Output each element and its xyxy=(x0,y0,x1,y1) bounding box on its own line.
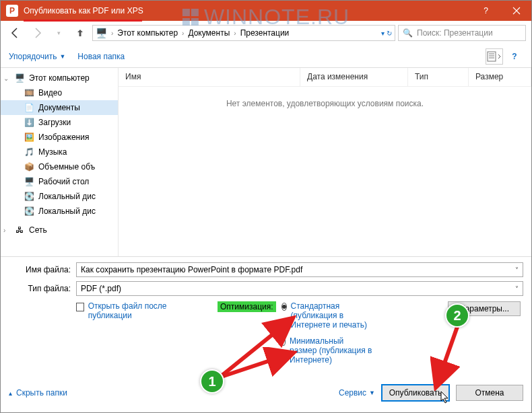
sidebar-item-desktop[interactable]: 🖥️Рабочий стол xyxy=(1,174,118,189)
pictures-icon: 🖼️ xyxy=(24,132,34,143)
publish-button[interactable]: Опубликовать xyxy=(382,385,449,401)
cancel-button[interactable]: Отмена xyxy=(456,385,523,401)
empty-message: Нет элементов, удовлетворяющих условиям … xyxy=(119,87,531,108)
documents-icon: 📄 xyxy=(24,102,34,113)
sidebar-item-documents[interactable]: 📄Документы xyxy=(1,100,118,115)
desktop-icon: 🖥️ xyxy=(24,176,34,187)
chevron-down-icon: ▼ xyxy=(59,53,65,60)
sidebar-item-music[interactable]: 🎵Музыка xyxy=(1,145,118,159)
column-type[interactable]: Тип xyxy=(408,68,469,86)
crumb-folder[interactable]: Презентации xyxy=(240,28,290,38)
cube-icon: 📦 xyxy=(24,161,34,172)
expand-icon[interactable]: › xyxy=(3,227,10,234)
annotation-underline xyxy=(24,20,142,22)
chevron-down-icon[interactable]: ˅ xyxy=(515,285,519,293)
help-icon[interactable]: ? xyxy=(506,48,523,65)
powerpoint-icon: P xyxy=(6,5,18,17)
up-button[interactable] xyxy=(71,24,90,42)
back-button[interactable] xyxy=(6,24,25,42)
disk-icon: 💽 xyxy=(24,206,34,217)
disk-icon: 💽 xyxy=(24,191,34,202)
footer: ▴Скрыть папки Сервис▼ Опубликовать Отмен… xyxy=(1,379,531,408)
network-icon: 🖧 xyxy=(14,225,25,235)
hide-folders-toggle[interactable]: ▴Скрыть папки xyxy=(9,388,67,398)
sidebar-item-video[interactable]: 🎞️Видео xyxy=(1,85,118,100)
view-mode-button[interactable] xyxy=(486,48,503,65)
sidebar-item-3d[interactable]: 📦Объемные объ xyxy=(1,159,118,174)
new-folder-button[interactable]: Новая папка xyxy=(77,52,125,61)
column-date[interactable]: Дата изменения xyxy=(300,68,408,86)
optimize-label: Оптимизация: xyxy=(218,301,276,312)
refresh-dropdown-icon[interactable]: ▾ ↻ xyxy=(381,30,392,37)
sidebar-item-disk-d[interactable]: 💽Локальный дис xyxy=(1,204,118,219)
expand-icon[interactable]: ⌄ xyxy=(3,75,10,82)
navbar: ▾ 🖥️ › Этот компьютер › Документы › През… xyxy=(1,21,531,45)
pc-icon: 🖥️ xyxy=(96,28,107,38)
column-size[interactable]: Размер xyxy=(469,68,531,86)
sidebar-item-downloads[interactable]: ⬇️Загрузки xyxy=(1,115,118,130)
main-area: ⌄🖥️Этот компьютер 🎞️Видео 📄Документы ⬇️З… xyxy=(1,68,531,256)
sidebar-item-network[interactable]: ›🖧Сеть xyxy=(1,223,118,237)
pc-icon: 🖥️ xyxy=(14,73,25,83)
recent-dropdown[interactable]: ▾ xyxy=(49,24,68,42)
video-icon: 🎞️ xyxy=(24,87,34,98)
filetype-select[interactable]: PDF (*.pdf)˅ xyxy=(76,281,523,296)
crumb-pc[interactable]: Этот компьютер xyxy=(117,28,178,38)
titlebar: P Опубликовать как PDF или XPS ? xyxy=(1,1,531,21)
toolbar: Упорядочить▼ Новая папка ? xyxy=(1,45,531,68)
bottom-panel: Имя файла: Как сохранить презентацию Pow… xyxy=(1,256,531,379)
address-bar[interactable]: 🖥️ › Этот компьютер › Документы › Презен… xyxy=(92,25,395,41)
search-placeholder: Поиск: Презентации xyxy=(417,28,493,38)
open-after-checkbox[interactable]: Открыть файл после публикации xyxy=(76,301,197,320)
downloads-icon: ⬇️ xyxy=(24,117,34,128)
search-icon: 🔍 xyxy=(403,28,413,38)
organize-menu[interactable]: Упорядочить▼ xyxy=(9,52,65,61)
caret-up-icon: ▴ xyxy=(9,389,12,397)
music-icon: 🎵 xyxy=(24,147,34,157)
sidebar-item-pictures[interactable]: 🖼️Изображения xyxy=(1,130,118,145)
radio-minimum[interactable]: Минимальный размер (публикация в Интерне… xyxy=(281,336,372,365)
chevron-right-icon: › xyxy=(234,30,236,37)
column-headers: Имя Дата изменения Тип Размер xyxy=(119,68,531,87)
filename-input[interactable]: Как сохранить презентацию PowerPoint в ф… xyxy=(76,262,523,277)
parameters-button[interactable]: Параметры... xyxy=(448,301,521,316)
forward-button[interactable] xyxy=(28,24,46,42)
crumb-docs[interactable]: Документы xyxy=(188,28,230,38)
radio-standard[interactable]: Стандартная (публикация в Интернете и пе… xyxy=(281,301,372,330)
radio-icon xyxy=(281,303,287,311)
chevron-down-icon: ▼ xyxy=(369,389,375,396)
filename-label: Имя файла: xyxy=(9,265,76,274)
column-name[interactable]: Имя xyxy=(119,68,300,86)
chevron-right-icon: › xyxy=(111,30,113,37)
search-input[interactable]: 🔍 Поиск: Презентации xyxy=(398,25,526,41)
sidebar: ⌄🖥️Этот компьютер 🎞️Видео 📄Документы ⬇️З… xyxy=(1,68,118,256)
close-button[interactable] xyxy=(501,1,531,21)
filetype-label: Тип файла: xyxy=(9,284,76,293)
help-button[interactable]: ? xyxy=(471,1,501,21)
tools-menu[interactable]: Сервис▼ xyxy=(339,388,375,398)
radio-icon xyxy=(281,338,286,346)
chevron-down-icon[interactable]: ˅ xyxy=(515,266,519,274)
sidebar-item-disk-c[interactable]: 💽Локальный дис xyxy=(1,189,118,204)
chevron-right-icon: › xyxy=(182,30,184,37)
window-title: Опубликовать как PDF или XPS xyxy=(24,6,471,15)
sidebar-item-pc[interactable]: ⌄🖥️Этот компьютер xyxy=(1,71,118,85)
svg-rect-0 xyxy=(488,52,496,61)
checkbox-icon xyxy=(76,303,84,311)
file-list: Имя Дата изменения Тип Размер Нет элемен… xyxy=(118,68,531,256)
